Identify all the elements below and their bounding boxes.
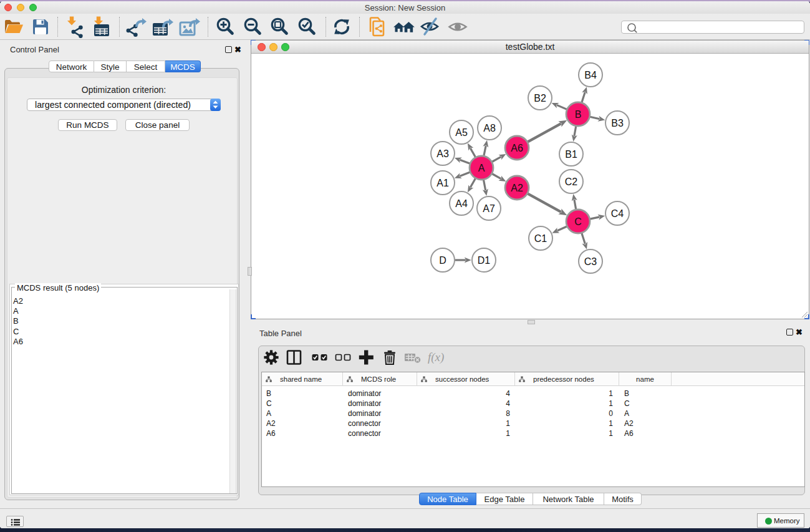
svg-text:D: D — [439, 255, 446, 266]
svg-text:B2: B2 — [534, 93, 546, 104]
svg-text:B: B — [575, 109, 582, 120]
svg-text:A5: A5 — [455, 127, 468, 138]
svg-text:A7: A7 — [483, 203, 495, 214]
svg-text:A3: A3 — [436, 148, 449, 159]
svg-text:A4: A4 — [455, 198, 468, 209]
svg-text:B4: B4 — [584, 70, 597, 80]
svg-text:D1: D1 — [478, 255, 491, 266]
svg-text:A: A — [478, 163, 485, 173]
svg-text:B1: B1 — [565, 149, 577, 160]
svg-text:C4: C4 — [611, 208, 624, 219]
svg-text:A6: A6 — [511, 143, 523, 153]
svg-text:A1: A1 — [436, 178, 449, 188]
svg-text:C1: C1 — [534, 233, 547, 244]
svg-text:B3: B3 — [611, 118, 624, 128]
svg-text:A2: A2 — [511, 183, 523, 193]
svg-text:A8: A8 — [483, 123, 496, 133]
svg-text:C2: C2 — [565, 177, 578, 187]
svg-text:C: C — [574, 216, 582, 227]
svg-text:C3: C3 — [584, 256, 597, 267]
